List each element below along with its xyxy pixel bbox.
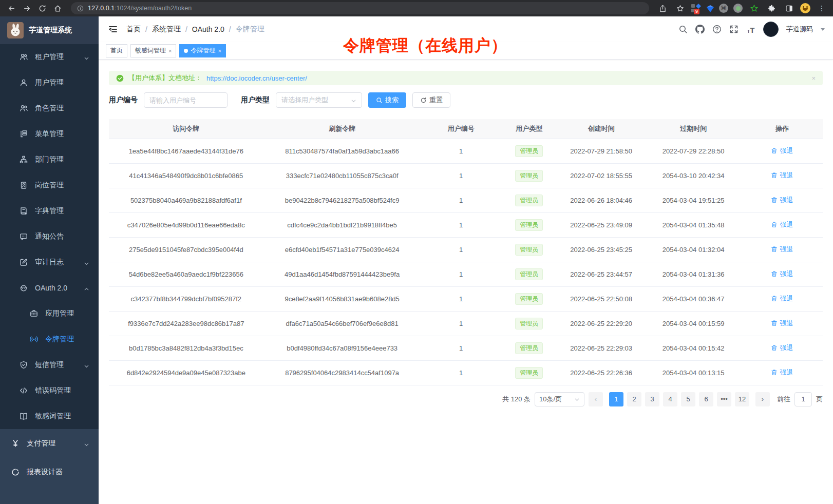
- next-page-button[interactable]: ›: [755, 392, 770, 406]
- sidebar-item-post[interactable]: 岗位管理: [0, 172, 99, 198]
- page-button[interactable]: 4: [663, 392, 677, 406]
- reset-button[interactable]: 重置: [412, 92, 450, 108]
- code-icon: [20, 386, 28, 395]
- force-logout-button[interactable]: 强退: [771, 294, 793, 303]
- user-avatar[interactable]: [763, 22, 779, 37]
- puzzle-extensions-icon[interactable]: [765, 2, 778, 14]
- page-button[interactable]: 12: [735, 392, 749, 406]
- sidebar-item-tenant[interactable]: 租户管理: [0, 44, 99, 70]
- page-button[interactable]: 5: [681, 392, 695, 406]
- sidebar-item-errcode[interactable]: 错误码管理: [0, 378, 99, 403]
- forward-icon[interactable]: [21, 2, 33, 14]
- alert-close-icon[interactable]: ×: [811, 74, 816, 82]
- force-logout-button[interactable]: 强退: [771, 269, 793, 279]
- cell-created: 2022-06-25 23:45:25: [557, 237, 646, 262]
- recorder-extension-icon[interactable]: [733, 4, 743, 13]
- cell-refresh-token: 49d1aa46d1454fbd87591444423be9fa: [263, 262, 421, 286]
- gem-extension-icon[interactable]: [707, 6, 714, 11]
- search-button[interactable]: 搜索: [368, 92, 406, 108]
- doc-link[interactable]: https://doc.iocoder.cn/user-center/: [206, 74, 307, 82]
- force-logout-button[interactable]: 强退: [771, 220, 793, 229]
- shield-check-icon: [20, 361, 28, 369]
- cell-expires: 2054-03-04 00:15:59: [646, 311, 742, 336]
- tab-home[interactable]: 首页: [106, 44, 127, 57]
- col-refresh-token: 刷新令牌: [263, 119, 421, 139]
- share-icon[interactable]: [656, 2, 669, 14]
- force-logout-button[interactable]: 强退: [771, 319, 793, 328]
- sidebar-item-user[interactable]: 用户管理: [0, 70, 99, 95]
- col-actions: 操作: [742, 119, 823, 139]
- force-logout-button[interactable]: 强退: [771, 146, 793, 156]
- back-icon[interactable]: [5, 2, 17, 14]
- user-type-select[interactable]: 请选择用户类型: [276, 92, 362, 108]
- home-icon[interactable]: [51, 2, 64, 14]
- cell-actions: 强退: [742, 237, 823, 262]
- breadcrumb: 首页/ 系统管理/ OAuth 2.0/ 令牌管理: [126, 25, 264, 34]
- cell-user-type: 管理员: [501, 139, 557, 163]
- side-panel-icon[interactable]: [783, 2, 795, 14]
- sidebar-item-report[interactable]: 报表设计器: [0, 458, 99, 487]
- force-logout-button[interactable]: 强退: [771, 196, 793, 205]
- page-button[interactable]: 2: [627, 392, 641, 406]
- sidebar-item-dict[interactable]: 字典管理: [0, 198, 99, 224]
- user-type-badge: 管理员: [515, 219, 543, 231]
- sidebar-item-oauth-token[interactable]: 令牌管理: [0, 326, 99, 352]
- table-row: c347026e805e4d99b0d116eae66eda8c cdfc4ce…: [109, 212, 823, 237]
- font-size-icon[interactable]: TT: [746, 25, 755, 34]
- url-bar[interactable]: 127.0.0.1:1024/system/oauth2/token: [71, 2, 649, 14]
- trash-icon: [771, 320, 778, 326]
- page-size-select[interactable]: 10条/页: [535, 392, 584, 406]
- user-menu-caret-icon[interactable]: [821, 28, 825, 31]
- sidebar-item-role[interactable]: 角色管理: [0, 95, 99, 121]
- sidebar: 芋道管理系统 租户管理 用户管理 角色管理: [0, 16, 99, 504]
- force-logout-button[interactable]: 强退: [771, 171, 793, 180]
- page-button[interactable]: •••: [717, 392, 731, 406]
- sidebar-item-dept[interactable]: 部门管理: [0, 147, 99, 172]
- sidebar-item-audit[interactable]: 审计日志: [0, 249, 99, 275]
- close-icon[interactable]: ×: [218, 48, 221, 54]
- sidebar-item-sensitive[interactable]: 敏感词管理: [0, 403, 99, 429]
- github-icon[interactable]: [695, 25, 705, 34]
- screen: 127.0.0.1:1024/system/oauth2/token 9 ⌘ ⋮: [0, 0, 833, 504]
- force-logout-button[interactable]: 强退: [771, 245, 793, 254]
- page-button[interactable]: 1: [609, 392, 623, 406]
- tab-sensitive-words[interactable]: 敏感词管理×: [130, 44, 176, 57]
- sidebar-item-sms[interactable]: 短信管理: [0, 352, 99, 378]
- force-logout-button[interactable]: 强退: [771, 343, 793, 353]
- force-logout-button[interactable]: 强退: [771, 368, 793, 377]
- sidebar-item-pay[interactable]: 支付管理: [0, 429, 99, 458]
- page-button[interactable]: 6: [699, 392, 713, 406]
- cell-user-type: 管理员: [501, 188, 557, 212]
- search-icon[interactable]: [678, 25, 688, 34]
- cell-actions: 强退: [742, 163, 823, 188]
- page-button[interactable]: 3: [645, 392, 659, 406]
- sidebar-item-oauth-app[interactable]: 应用管理: [0, 301, 99, 326]
- role-icon: [20, 104, 28, 112]
- breadcrumb-oauth[interactable]: OAuth 2.0: [192, 25, 224, 33]
- browser-menu-icon[interactable]: ⋮: [816, 2, 828, 14]
- sidebar-item-oauth[interactable]: OAuth 2.0: [0, 275, 99, 301]
- prev-page-button[interactable]: ‹: [589, 392, 603, 406]
- sidebar-item-notice[interactable]: 通知公告: [0, 224, 99, 249]
- goto-page-input[interactable]: [794, 392, 812, 406]
- breadcrumb-system[interactable]: 系统管理: [152, 25, 181, 34]
- app-logo[interactable]: 芋道管理系统: [0, 16, 99, 44]
- reload-icon[interactable]: [36, 2, 48, 14]
- command-extension-icon[interactable]: ⌘: [719, 4, 728, 13]
- close-icon[interactable]: ×: [168, 48, 172, 54]
- sidebar-item-label: 应用管理: [45, 309, 74, 318]
- help-icon[interactable]: [712, 25, 722, 34]
- bookmark-star-icon[interactable]: [674, 2, 686, 14]
- goto-suffix: 页: [816, 395, 823, 404]
- star-extension-icon[interactable]: [748, 2, 760, 14]
- breadcrumb-home[interactable]: 首页: [126, 25, 141, 34]
- collapse-sidebar-icon[interactable]: [108, 24, 118, 34]
- extension-icon[interactable]: 9: [691, 3, 702, 13]
- tab-token-management[interactable]: 令牌管理×: [179, 44, 225, 57]
- user-id-input[interactable]: [144, 92, 228, 108]
- sidebar-item-menu[interactable]: 菜单管理: [0, 121, 99, 147]
- fullscreen-icon[interactable]: [729, 25, 739, 34]
- table-row: 1ea5e44f8bc1467aaede43144f31de76 811c530…: [109, 139, 823, 163]
- browser-profile-avatar[interactable]: [800, 3, 810, 13]
- user-type-badge: 管理员: [515, 293, 543, 305]
